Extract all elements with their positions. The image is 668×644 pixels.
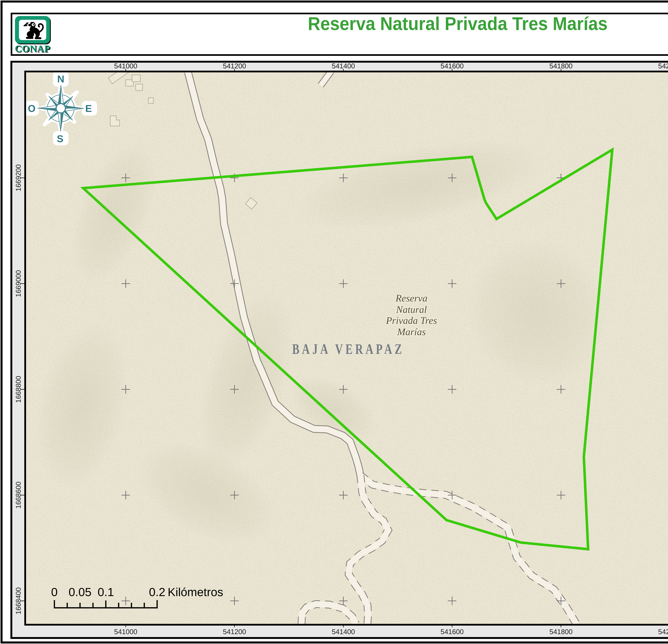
svg-text:0: 0 [51, 585, 58, 599]
svg-text:0.2: 0.2 [149, 585, 165, 599]
svg-text:Privada Tres: Privada Tres [386, 315, 437, 326]
svg-text:0.05: 0.05 [69, 585, 91, 599]
svg-text:Marías: Marías [397, 326, 426, 337]
svg-text:O: O [28, 103, 35, 114]
svg-text:E: E [85, 103, 92, 114]
svg-text:Reserva: Reserva [395, 293, 427, 304]
svg-text:Kilómetros: Kilómetros [168, 585, 223, 599]
svg-text:Natural: Natural [396, 304, 427, 315]
svg-text:CONAP: CONAP [15, 43, 50, 54]
svg-text:0.1: 0.1 [98, 585, 114, 599]
svg-text:S: S [57, 133, 63, 144]
svg-text:Reserva Natural Privada Tres M: Reserva Natural Privada Tres Marías [308, 13, 608, 34]
svg-text:N: N [57, 74, 64, 84]
svg-text:BAJA VERAPAZ: BAJA VERAPAZ [292, 341, 405, 357]
